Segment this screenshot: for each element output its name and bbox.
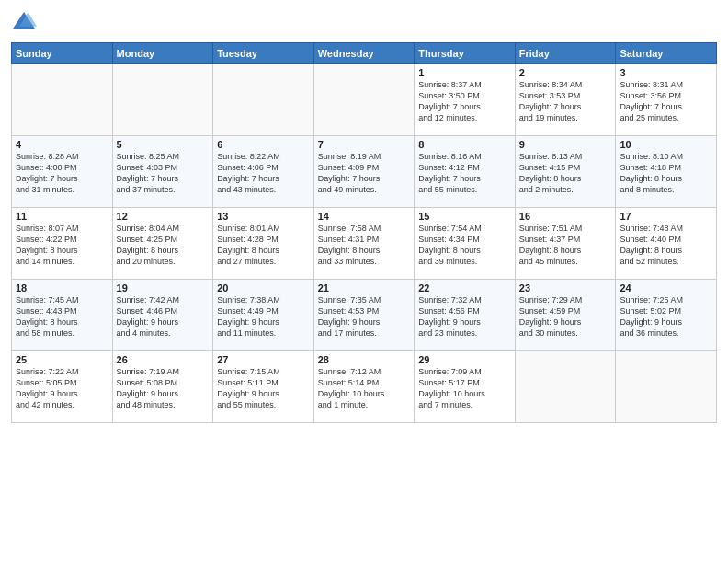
day-number: 27 bbox=[217, 354, 310, 365]
cell-info: Sunrise: 8:07 AM Sunset: 4:22 PM Dayligh… bbox=[16, 223, 108, 268]
logo-icon bbox=[11, 9, 37, 35]
cell-2-2: 5Sunrise: 8:25 AM Sunset: 4:03 PM Daylig… bbox=[112, 136, 213, 208]
cell-info: Sunrise: 7:29 AM Sunset: 4:59 PM Dayligh… bbox=[519, 294, 612, 339]
col-header-saturday: Saturday bbox=[616, 43, 717, 64]
cell-info: Sunrise: 8:01 AM Sunset: 4:28 PM Dayligh… bbox=[217, 223, 310, 268]
col-header-tuesday: Tuesday bbox=[213, 43, 314, 64]
cell-info: Sunrise: 7:54 AM Sunset: 4:34 PM Dayligh… bbox=[418, 223, 511, 268]
cell-info: Sunrise: 8:37 AM Sunset: 3:50 PM Dayligh… bbox=[418, 79, 511, 124]
cell-5-2: 26Sunrise: 7:19 AM Sunset: 5:08 PM Dayli… bbox=[112, 351, 213, 423]
cell-info: Sunrise: 7:19 AM Sunset: 5:08 PM Dayligh… bbox=[117, 366, 210, 411]
cell-1-5: 1Sunrise: 8:37 AM Sunset: 3:50 PM Daylig… bbox=[415, 64, 516, 136]
day-number: 5 bbox=[117, 139, 210, 150]
calendar-body: 1Sunrise: 8:37 AM Sunset: 3:50 PM Daylig… bbox=[12, 64, 717, 423]
cell-info: Sunrise: 7:42 AM Sunset: 4:46 PM Dayligh… bbox=[117, 294, 210, 339]
day-number: 9 bbox=[519, 139, 612, 150]
day-number: 25 bbox=[16, 354, 108, 365]
cell-info: Sunrise: 7:48 AM Sunset: 4:40 PM Dayligh… bbox=[620, 223, 712, 268]
day-number: 16 bbox=[519, 211, 612, 222]
day-number: 10 bbox=[620, 139, 712, 150]
day-number: 15 bbox=[418, 211, 511, 222]
cell-2-7: 10Sunrise: 8:10 AM Sunset: 4:18 PM Dayli… bbox=[616, 136, 717, 208]
cell-info: Sunrise: 8:04 AM Sunset: 4:25 PM Dayligh… bbox=[117, 223, 210, 268]
cell-4-2: 19Sunrise: 7:42 AM Sunset: 4:46 PM Dayli… bbox=[112, 280, 213, 351]
cell-info: Sunrise: 7:58 AM Sunset: 4:31 PM Dayligh… bbox=[318, 223, 411, 268]
day-number: 1 bbox=[418, 67, 511, 78]
cell-1-6: 2Sunrise: 8:34 AM Sunset: 3:53 PM Daylig… bbox=[515, 64, 616, 136]
cell-4-6: 23Sunrise: 7:29 AM Sunset: 4:59 PM Dayli… bbox=[515, 280, 616, 351]
cell-4-4: 21Sunrise: 7:35 AM Sunset: 4:53 PM Dayli… bbox=[313, 280, 415, 351]
day-number: 3 bbox=[620, 67, 712, 78]
cell-4-7: 24Sunrise: 7:25 AM Sunset: 5:02 PM Dayli… bbox=[616, 280, 717, 351]
cell-info: Sunrise: 8:19 AM Sunset: 4:09 PM Dayligh… bbox=[318, 151, 411, 196]
cell-3-4: 14Sunrise: 7:58 AM Sunset: 4:31 PM Dayli… bbox=[313, 208, 415, 280]
day-number: 23 bbox=[519, 282, 612, 293]
day-number: 13 bbox=[217, 211, 310, 222]
cell-1-2 bbox=[112, 64, 213, 136]
cell-info: Sunrise: 7:45 AM Sunset: 4:43 PM Dayligh… bbox=[16, 294, 108, 339]
day-number: 2 bbox=[519, 67, 612, 78]
cell-info: Sunrise: 7:25 AM Sunset: 5:02 PM Dayligh… bbox=[620, 294, 712, 339]
day-number: 20 bbox=[217, 282, 310, 293]
day-number: 7 bbox=[318, 139, 411, 150]
logo bbox=[11, 9, 40, 35]
cell-info: Sunrise: 8:34 AM Sunset: 3:53 PM Dayligh… bbox=[519, 79, 612, 124]
calendar-header-row: SundayMondayTuesdayWednesdayThursdayFrid… bbox=[12, 43, 717, 64]
col-header-sunday: Sunday bbox=[12, 43, 113, 64]
cell-4-3: 20Sunrise: 7:38 AM Sunset: 4:49 PM Dayli… bbox=[213, 280, 314, 351]
cell-info: Sunrise: 8:31 AM Sunset: 3:56 PM Dayligh… bbox=[620, 79, 712, 124]
cell-info: Sunrise: 7:32 AM Sunset: 4:56 PM Dayligh… bbox=[418, 294, 511, 339]
cell-info: Sunrise: 8:22 AM Sunset: 4:06 PM Dayligh… bbox=[217, 151, 310, 196]
cell-4-5: 22Sunrise: 7:32 AM Sunset: 4:56 PM Dayli… bbox=[415, 280, 516, 351]
cell-1-1 bbox=[12, 64, 113, 136]
day-number: 17 bbox=[620, 211, 712, 222]
cell-5-4: 28Sunrise: 7:12 AM Sunset: 5:14 PM Dayli… bbox=[313, 351, 415, 423]
cell-info: Sunrise: 8:10 AM Sunset: 4:18 PM Dayligh… bbox=[620, 151, 712, 196]
cell-5-1: 25Sunrise: 7:22 AM Sunset: 5:05 PM Dayli… bbox=[12, 351, 113, 423]
cell-info: Sunrise: 8:13 AM Sunset: 4:15 PM Dayligh… bbox=[519, 151, 612, 196]
day-number: 18 bbox=[16, 282, 108, 293]
cell-1-7: 3Sunrise: 8:31 AM Sunset: 3:56 PM Daylig… bbox=[616, 64, 717, 136]
day-number: 6 bbox=[217, 139, 310, 150]
cell-2-4: 7Sunrise: 8:19 AM Sunset: 4:09 PM Daylig… bbox=[313, 136, 415, 208]
day-number: 29 bbox=[418, 354, 511, 365]
cell-3-3: 13Sunrise: 8:01 AM Sunset: 4:28 PM Dayli… bbox=[213, 208, 314, 280]
cell-5-7 bbox=[616, 351, 717, 423]
cell-1-3 bbox=[213, 64, 314, 136]
day-number: 22 bbox=[418, 282, 511, 293]
header bbox=[11, 9, 717, 35]
cell-info: Sunrise: 7:09 AM Sunset: 5:17 PM Dayligh… bbox=[418, 366, 511, 411]
day-number: 4 bbox=[16, 139, 108, 150]
day-number: 11 bbox=[16, 211, 108, 222]
cell-1-4 bbox=[313, 64, 415, 136]
cell-info: Sunrise: 8:16 AM Sunset: 4:12 PM Dayligh… bbox=[418, 151, 511, 196]
main-container: SundayMondayTuesdayWednesdayThursdayFrid… bbox=[0, 0, 728, 429]
calendar-table: SundayMondayTuesdayWednesdayThursdayFrid… bbox=[11, 42, 717, 423]
cell-5-6 bbox=[515, 351, 616, 423]
cell-info: Sunrise: 7:38 AM Sunset: 4:49 PM Dayligh… bbox=[217, 294, 310, 339]
cell-4-1: 18Sunrise: 7:45 AM Sunset: 4:43 PM Dayli… bbox=[12, 280, 113, 351]
cell-3-2: 12Sunrise: 8:04 AM Sunset: 4:25 PM Dayli… bbox=[112, 208, 213, 280]
week-row-4: 18Sunrise: 7:45 AM Sunset: 4:43 PM Dayli… bbox=[12, 280, 717, 351]
cell-5-3: 27Sunrise: 7:15 AM Sunset: 5:11 PM Dayli… bbox=[213, 351, 314, 423]
col-header-friday: Friday bbox=[515, 43, 616, 64]
cell-5-5: 29Sunrise: 7:09 AM Sunset: 5:17 PM Dayli… bbox=[415, 351, 516, 423]
col-header-monday: Monday bbox=[112, 43, 213, 64]
day-number: 26 bbox=[117, 354, 210, 365]
cell-info: Sunrise: 8:28 AM Sunset: 4:00 PM Dayligh… bbox=[16, 151, 108, 196]
day-number: 28 bbox=[318, 354, 411, 365]
cell-info: Sunrise: 7:35 AM Sunset: 4:53 PM Dayligh… bbox=[318, 294, 411, 339]
cell-2-3: 6Sunrise: 8:22 AM Sunset: 4:06 PM Daylig… bbox=[213, 136, 314, 208]
cell-2-6: 9Sunrise: 8:13 AM Sunset: 4:15 PM Daylig… bbox=[515, 136, 616, 208]
cell-3-5: 15Sunrise: 7:54 AM Sunset: 4:34 PM Dayli… bbox=[415, 208, 516, 280]
week-row-3: 11Sunrise: 8:07 AM Sunset: 4:22 PM Dayli… bbox=[12, 208, 717, 280]
day-number: 21 bbox=[318, 282, 411, 293]
cell-3-7: 17Sunrise: 7:48 AM Sunset: 4:40 PM Dayli… bbox=[616, 208, 717, 280]
week-row-1: 1Sunrise: 8:37 AM Sunset: 3:50 PM Daylig… bbox=[12, 64, 717, 136]
week-row-5: 25Sunrise: 7:22 AM Sunset: 5:05 PM Dayli… bbox=[12, 351, 717, 423]
cell-info: Sunrise: 8:25 AM Sunset: 4:03 PM Dayligh… bbox=[117, 151, 210, 196]
day-number: 8 bbox=[418, 139, 511, 150]
col-header-thursday: Thursday bbox=[415, 43, 516, 64]
day-number: 12 bbox=[117, 211, 210, 222]
day-number: 24 bbox=[620, 282, 712, 293]
